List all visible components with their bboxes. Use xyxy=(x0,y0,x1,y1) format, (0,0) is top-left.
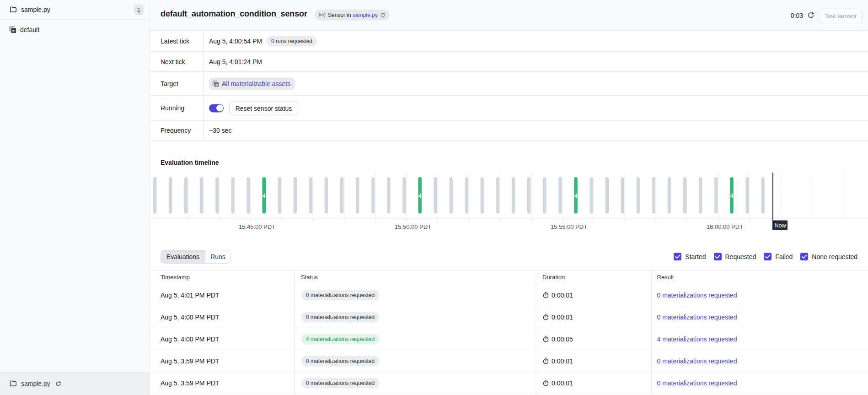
svg-text:15:50:00 PDT: 15:50:00 PDT xyxy=(395,223,431,230)
svg-text:4: 4 xyxy=(418,192,421,199)
svg-text:4: 4 xyxy=(263,192,266,199)
svg-text:Now: Now xyxy=(774,222,786,229)
svg-text:4: 4 xyxy=(730,192,733,199)
svg-text:15:45:00 PDT: 15:45:00 PDT xyxy=(239,223,275,230)
svg-text:4: 4 xyxy=(574,192,577,199)
svg-text:16:00:00 PDT: 16:00:00 PDT xyxy=(707,223,743,230)
svg-text:15:55:00 PDT: 15:55:00 PDT xyxy=(551,223,587,230)
